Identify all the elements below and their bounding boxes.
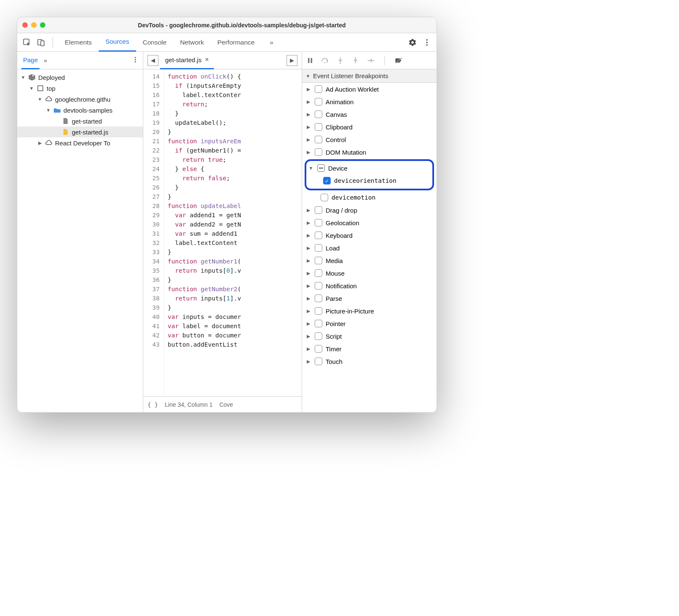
checkbox[interactable] xyxy=(315,148,322,156)
breakpoint-category[interactable]: Animation xyxy=(302,95,437,108)
disclosure-icon[interactable] xyxy=(308,166,314,171)
checkbox[interactable] xyxy=(315,123,322,131)
checkbox[interactable] xyxy=(315,111,322,118)
tree-item[interactable]: Deployed xyxy=(17,72,143,83)
checkbox[interactable] xyxy=(317,164,325,172)
inspect-element-icon[interactable] xyxy=(21,36,33,49)
breakpoint-category[interactable]: DOM Mutation xyxy=(302,146,437,158)
checkbox[interactable] xyxy=(315,136,322,143)
breakpoint-category[interactable]: Notification xyxy=(302,279,437,292)
section-disclosure-icon[interactable] xyxy=(305,74,311,79)
step-icon[interactable] xyxy=(366,56,375,65)
editor-nav-forward-icon[interactable]: ▶ xyxy=(287,55,297,66)
device-toggle-icon[interactable] xyxy=(35,36,47,49)
breakpoint-event[interactable]: devicemotion xyxy=(302,191,437,204)
disclosure-icon[interactable] xyxy=(21,75,26,80)
tree-item[interactable]: devtools-samples xyxy=(17,105,143,116)
disclosure-icon[interactable] xyxy=(305,308,311,314)
breakpoint-category[interactable]: Script xyxy=(302,330,437,342)
disclosure-icon[interactable] xyxy=(46,108,51,113)
disclosure-icon[interactable] xyxy=(305,99,311,105)
pause-resume-icon[interactable] xyxy=(305,56,315,65)
breakpoint-category[interactable]: Device xyxy=(306,162,432,174)
disclosure-icon[interactable] xyxy=(305,346,311,352)
disclosure-icon[interactable] xyxy=(29,86,34,91)
breakpoint-category[interactable]: Load xyxy=(302,242,437,254)
disclosure-icon[interactable] xyxy=(305,245,311,251)
disclosure-icon[interactable] xyxy=(305,359,311,364)
window-maximize-button[interactable] xyxy=(40,22,45,28)
checkbox[interactable] xyxy=(315,295,322,302)
breakpoint-category[interactable]: Clipboard xyxy=(302,121,437,133)
file-tab[interactable]: get-started.js × xyxy=(160,52,214,69)
checkbox[interactable] xyxy=(315,320,322,327)
code-content[interactable]: function onClick() { if (inputsAreEmpty … xyxy=(164,69,302,396)
breakpoint-category[interactable]: Drag / drop xyxy=(302,204,437,216)
breakpoint-category[interactable]: Ad Auction Worklet xyxy=(302,83,437,95)
disclosure-icon[interactable] xyxy=(305,137,311,142)
editor-nav-back-icon[interactable]: ◀ xyxy=(147,55,158,66)
more-menu-icon[interactable] xyxy=(421,36,433,49)
tabs-overflow-button[interactable]: » xyxy=(263,33,280,52)
checkbox[interactable] xyxy=(315,85,322,93)
disclosure-icon[interactable] xyxy=(305,321,311,326)
breakpoint-category[interactable]: Media xyxy=(302,254,437,267)
tab-network[interactable]: Network xyxy=(173,33,211,52)
breakpoint-category[interactable]: Picture-in-Picture xyxy=(302,305,437,317)
checkbox[interactable] xyxy=(315,282,322,290)
breakpoint-category[interactable]: Canvas xyxy=(302,108,437,121)
window-minimize-button[interactable] xyxy=(31,22,37,28)
disclosure-icon[interactable] xyxy=(305,124,311,130)
tab-sources[interactable]: Sources xyxy=(99,33,136,52)
checkbox[interactable] xyxy=(315,332,322,340)
disclosure-icon[interactable] xyxy=(305,150,311,155)
breakpoint-category[interactable]: Control xyxy=(302,133,437,146)
disclosure-icon[interactable] xyxy=(305,283,311,289)
tab-elements[interactable]: Elements xyxy=(58,33,99,52)
disclosure-icon[interactable] xyxy=(37,140,42,146)
disclosure-icon[interactable] xyxy=(305,296,311,301)
checkbox[interactable] xyxy=(315,307,322,315)
breakpoint-category[interactable]: Pointer xyxy=(302,317,437,330)
navigator-more-icon[interactable] xyxy=(132,56,139,65)
code-editor[interactable]: 1415161718192021222324252627282930313233… xyxy=(143,69,302,396)
disclosure-icon[interactable] xyxy=(37,97,42,102)
breakpoint-category[interactable]: Timer xyxy=(302,342,437,355)
tab-performance[interactable]: Performance xyxy=(211,33,261,52)
deactivate-breakpoints-icon[interactable] xyxy=(394,56,403,65)
tree-item[interactable]: googlechrome.githu xyxy=(17,94,143,105)
checkbox[interactable] xyxy=(315,358,322,365)
checkbox[interactable] xyxy=(315,98,322,105)
checkbox[interactable] xyxy=(315,206,322,214)
disclosure-icon[interactable] xyxy=(305,87,311,92)
disclosure-icon[interactable] xyxy=(305,258,311,263)
step-over-icon[interactable] xyxy=(321,56,330,65)
tab-console[interactable]: Console xyxy=(136,33,174,52)
checkbox[interactable]: ✓ xyxy=(323,177,331,184)
tree-item[interactable]: get-started.js xyxy=(17,126,143,137)
checkbox[interactable] xyxy=(315,244,322,252)
checkbox[interactable] xyxy=(315,257,322,264)
window-close-button[interactable] xyxy=(22,22,28,28)
step-into-icon[interactable] xyxy=(336,56,345,65)
disclosure-icon[interactable] xyxy=(305,334,311,339)
pretty-print-icon[interactable]: { } xyxy=(147,401,158,408)
breakpoint-category[interactable]: Parse xyxy=(302,292,437,305)
disclosure-icon[interactable] xyxy=(305,208,311,213)
breakpoint-category[interactable]: Touch xyxy=(302,355,437,368)
step-out-icon[interactable] xyxy=(351,56,360,65)
tree-item[interactable]: React Developer To xyxy=(17,137,143,148)
disclosure-icon[interactable] xyxy=(305,220,311,226)
tree-item[interactable]: get-started xyxy=(17,116,143,126)
breakpoint-event[interactable]: ✓deviceorientation xyxy=(306,174,432,187)
checkbox[interactable] xyxy=(315,269,322,277)
navigator-overflow-button[interactable]: » xyxy=(44,57,47,64)
disclosure-icon[interactable] xyxy=(305,112,311,117)
breakpoint-category[interactable]: Geolocation xyxy=(302,216,437,229)
checkbox[interactable] xyxy=(315,232,322,239)
settings-gear-icon[interactable] xyxy=(406,36,419,49)
checkbox[interactable] xyxy=(321,194,328,201)
tree-item[interactable]: top xyxy=(17,83,143,94)
checkbox[interactable] xyxy=(315,345,322,353)
checkbox[interactable] xyxy=(315,219,322,226)
